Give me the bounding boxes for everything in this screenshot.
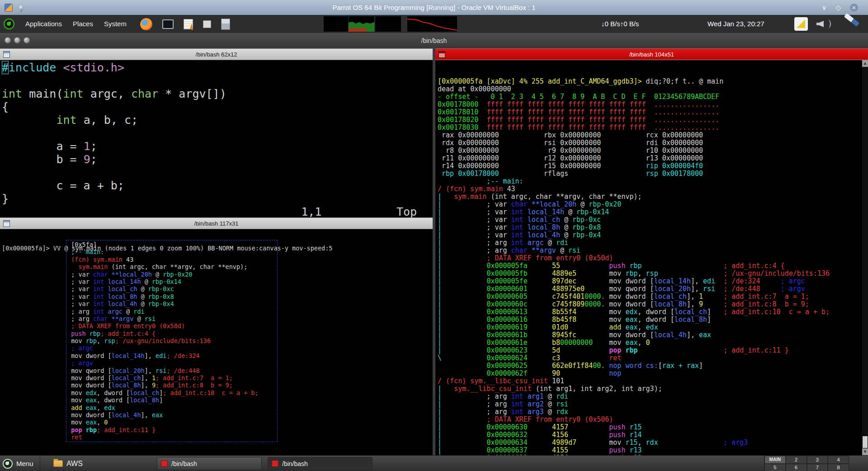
scroll-down-icon[interactable]: ▼ [862,448,868,455]
terminal-titlebar: /bin/bash [0,33,868,48]
virtualbox-titlebar: Parrot OS 64 Bit Programming [Running] -… [0,0,868,15]
aws-label: AWS [66,460,83,468]
notes-icon[interactable] [184,19,193,29]
r2-basic-block[interactable]: [0x5fa] ;-- main: (fcn) sym.main 43 sym.… [66,240,278,442]
maximize-button[interactable]: ◇ [835,4,841,12]
download-arrow-icon: ↓ [601,20,605,28]
terminal-line: | ; arg int arg3 @ rdx [438,408,868,416]
window-launcher-icon[interactable] [203,20,211,28]
terminal-line: mov eax, dword [local_8h] [67,396,276,404]
terminal-line: 0x00000625 662e0f1f8400. nop word cs:[ra… [438,362,868,370]
terminal-line [2,74,433,87]
volume-icon[interactable] [816,19,832,29]
terminal-line: ;-- main: [438,178,868,185]
terminal-line: b = 9; [2,153,433,166]
workspace-2[interactable]: 2 [786,456,807,464]
workspace-7[interactable]: 7 [807,464,828,471]
parrot-menu-icon[interactable] [4,19,14,29]
workspace-main[interactable]: MAIN [764,456,786,464]
terminal-line: mov edx, dword [local_ch]; add_int.c:10 … [67,389,276,396]
parrot-logo-icon [3,459,13,469]
split-icon[interactable] [3,51,10,58]
menu-places[interactable]: Places [67,15,99,33]
terminal-line: rdx 0x00000000 rsi 0x00000000 rdi 0x0000… [438,139,868,147]
terminal-line: | 0x00000616 8b45f8 mov eax, dword [loca… [438,316,868,324]
terminal-line: ; arg int argc @ rdi [67,308,276,315]
network-speed-indicator: ↓0 B/s↑0 B/s [601,15,639,33]
screen: Parrot OS 64 Bit Programming [Running] -… [0,0,868,471]
taskbar-menu-label: Menu [16,460,33,467]
terminal-line: [0x5fa] [67,241,276,248]
terminal-line: mov qword [local_20h], rsi; /de:448 [67,367,276,374]
pane-title-hex[interactable]: /bin/bash 104x51 [435,48,868,60]
terminal-line: | ; var char **local_20h @ rbp-0x20 [438,201,868,208]
terminal-line: | 0x00000613 8b55f4 mov edx, dword [loca… [438,308,868,316]
pane-title-hex-label: /bin/bash 104x51 [629,51,674,58]
pane-title-graph[interactable]: /bin/bash 117x31 [0,217,433,229]
terminal-line: | ; arg char **argv @ rsi [438,247,868,254]
split-icon[interactable] [3,220,10,227]
pane-title-graph-label: /bin/bash 117x31 [194,220,238,227]
workspace-4[interactable]: 4 [828,456,849,464]
terminal-line: push rbp; add_int.c:4 { [67,330,276,337]
terminal-line: | ; var int local_4h @ rbp-0x4 [438,231,868,239]
workspace-5[interactable]: 5 [764,464,786,471]
file-cabinet-icon[interactable] [221,19,230,30]
vim-pane[interactable]: #include <stdio.h>int main(int argc, cha… [0,60,433,217]
cpu-monitor-applet-1[interactable] [324,16,348,32]
terminal-line: | 0x000005fa 55 push rbp ; add_int.c:4 { [438,262,868,270]
download-speed: 0 B/s [605,20,620,28]
terminal-line: | ; DATA XREF from entry0 (0x506) [438,416,868,424]
terminal-line: mov dword [local_ch], 1; add_int.c:7 a =… [67,374,276,382]
terminal-line: | 0x00000623 5d pop rbp ; add_int.c:11 } [438,347,868,354]
upload-speed: 0 B/s [623,20,639,28]
close-button[interactable]: × [850,4,858,12]
terminal-line: / (fcn) sym.__libc_csu_init 101 [438,377,868,385]
terminal-line: (fcn) sym.main 43 [67,256,276,263]
terminal-line: 0x00178030 ffff ffff ffff ffff ffff ffff… [438,124,868,132]
workspace-6[interactable]: 6 [786,464,807,471]
workspace-3[interactable]: 3 [807,456,828,464]
terminal-line: | ; arg int arg2 @ rsi [438,400,868,408]
pane-title-vim[interactable]: /bin/bash 62x12 [0,48,433,60]
task-window-button-1[interactable]: /bin/bash [157,457,262,470]
shade-button[interactable]: ∨ [821,4,826,12]
r2-graph-pane[interactable]: [0x000005fa]> VV @ sym.main (nodes 1 edg… [0,229,433,455]
workspace-8[interactable]: 8 [828,464,849,471]
terminal-line: mov dword [local_8h], 9; add_int.c:8 b =… [67,382,276,389]
terminal-line: | 0x00000630 4157 push r15 [438,424,868,431]
terminal-line: | 0x00000637 4155 push r13 [438,447,868,454]
ruler-icon[interactable] [794,17,808,31]
firefox-icon[interactable] [140,18,152,30]
terminal-launcher-icon[interactable] [162,19,174,29]
menu-system[interactable]: System [99,15,132,33]
terminal-line: ;-- main: [67,248,276,255]
terminal-line: add eax, edx [67,404,276,411]
terminal-line: mov rbp, rsp; /ux-gnu/include/bits:136 [67,337,276,344]
scroll-up-icon[interactable]: ▲ [862,60,868,67]
task-window-button-2[interactable]: /bin/bash [268,457,373,470]
aws-launcher[interactable]: AWS [53,456,83,471]
clock[interactable]: Wed Jan 23, 20:27 [708,15,764,33]
terminal-line: { [2,100,433,113]
terminal-line: dead at 0x00000000 [438,85,868,93]
scroll-thumb[interactable] [863,436,868,448]
terminal-line: 0x0000062f 90 nop [438,370,868,377]
split-icon[interactable] [439,51,445,58]
terminal-line [2,166,433,179]
terminal-line: } [2,192,433,205]
terminal-line: mov dword [local_4h], eax [67,411,276,419]
cpu-monitor-applet-2[interactable] [349,16,374,32]
tool-icon[interactable] [844,13,860,27]
terminal-line: 0x00178020 ffff ffff ffff ffff ffff ffff… [438,116,868,124]
terminal-line: | 0x0000061b 8945fc mov dword [local_4h]… [438,331,868,339]
net-history-applet[interactable] [407,16,457,32]
r2-visual-pane[interactable]: [0x000005fa [xaDvc] 4% 255 add_int_C_AMD… [435,60,868,455]
net-graph [407,16,457,32]
scrollbar[interactable]: ▲ ▼ [862,60,868,455]
terminal-line: | ; arg int arg1 @ rdi [438,393,868,400]
taskbar-menu-button[interactable]: Menu [0,456,40,471]
terminal-line: | 0x00000605 c745f4010000. mov dword [lo… [438,293,868,301]
cpu-monitor-applet-3[interactable] [375,16,401,32]
menu-applications[interactable]: Applications [20,15,67,33]
